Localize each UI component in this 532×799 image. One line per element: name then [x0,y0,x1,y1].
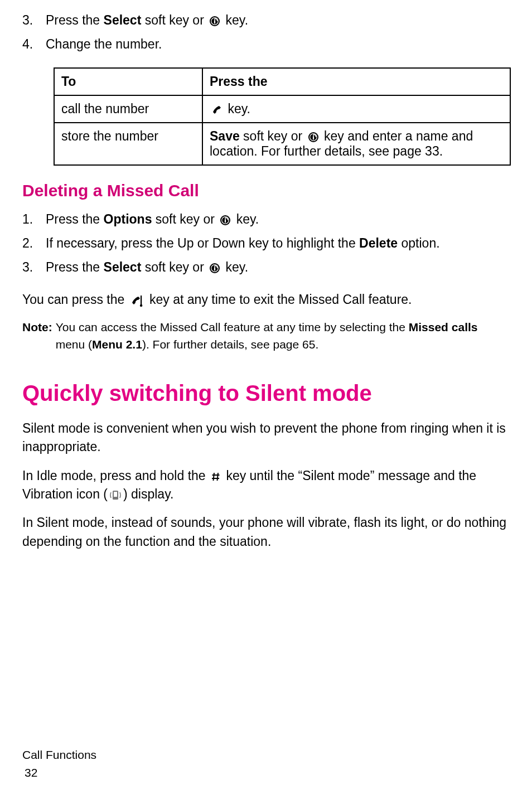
paragraph-silent-intro: Silent mode is convenient when you wish … [22,419,510,457]
item-body: Press the Select soft key or key. [46,11,510,30]
paragraph-exit-missed-call: You can press the key at any time to exi… [22,290,510,309]
end-call-key-icon [130,294,144,307]
bold-text: Select [104,260,142,274]
note-body: You can access the Missed Call feature a… [52,319,510,353]
item-number: 4. [22,35,46,54]
bold-text: Select [104,13,142,27]
heading-quickly-switching-silent: Quickly switching to Silent mode [22,381,510,406]
bold-text: Delete [359,236,398,250]
text: ). For further details, see page 65. [142,338,318,351]
list-item: 1. Press the Options soft key or key. [22,210,510,229]
list-item: 2. If necessary, press the Up or Down ke… [22,234,510,253]
list-item: 3. Press the Select soft key or key. [22,11,510,30]
item-body: Press the Options soft key or key. [46,210,510,229]
item-body: Change the number. [46,35,510,54]
i-key-icon [209,263,220,274]
note-block: Note: You can access the Missed Call fea… [22,319,510,353]
item-number: 3. [22,11,46,30]
bold-text: Menu 2.1 [92,338,142,351]
item-body: If necessary, press the Up or Down key t… [46,234,510,253]
text: In Idle mode, press and hold the [22,468,209,483]
item-number: 3. [22,258,46,277]
item-number: 1. [22,210,46,229]
i-key-icon [308,132,319,143]
table-header: Press the [202,68,510,95]
note-label: Note: [22,319,52,353]
page-footer: Call Functions 32 [22,746,96,781]
action-table: To Press the call the number key. store … [54,67,511,166]
item-body: Press the Select soft key or key. [46,258,510,277]
vibration-icon [109,489,122,501]
list-item: 3. Press the Select soft key or key. [22,258,510,277]
heading-deleting-missed-call: Deleting a Missed Call [22,181,510,200]
text: ) display. [123,487,173,501]
text: soft key or [141,260,207,274]
text: soft key or [141,13,207,27]
table-cell: store the number [54,123,202,165]
call-key-icon [211,104,223,115]
text: Press the [46,13,104,27]
i-key-icon [209,16,220,27]
text: Press the [46,212,104,226]
bold-text: Missed calls [409,321,478,333]
table-row: store the number Save soft key or key an… [54,123,510,165]
text: soft key or [152,212,218,226]
text: key at any time to exit the Missed Call … [146,292,412,307]
table-cell: call the number [54,95,202,123]
steps-before-table: 3. Press the Select soft key or key. 4. … [22,11,510,54]
text: Press the [46,260,104,274]
text: If necessary, press the Up or Down key t… [46,236,359,250]
paragraph-silent-behavior: In Silent mode, instead of sounds, your … [22,514,510,551]
bold-text: Save [210,129,240,143]
text: menu ( [56,338,92,351]
list-item: 4. Change the number. [22,35,510,54]
section-name: Call Functions [22,746,96,764]
table-row: call the number key. [54,95,510,123]
text: option. [398,236,439,250]
text: key. [224,101,250,116]
text: key. [233,212,259,226]
text: soft key or [240,129,306,143]
table-header: To [54,68,202,95]
text: You can access the Missed Call feature a… [56,321,409,333]
page-number: 32 [25,764,96,782]
table-header-row: To Press the [54,68,510,95]
table-cell: key. [202,95,510,123]
text: You can press the [22,292,128,307]
bold-text: Options [104,212,152,226]
paragraph-silent-howto: In Idle mode, press and hold the key unt… [22,467,510,504]
text: key. [222,13,248,27]
hash-key-icon [211,471,221,482]
table-cell: Save soft key or key and enter a name an… [202,123,510,165]
i-key-icon [220,215,231,226]
steps-deleting: 1. Press the Options soft key or key. 2.… [22,210,510,277]
item-number: 2. [22,234,46,253]
text: key. [222,260,248,274]
